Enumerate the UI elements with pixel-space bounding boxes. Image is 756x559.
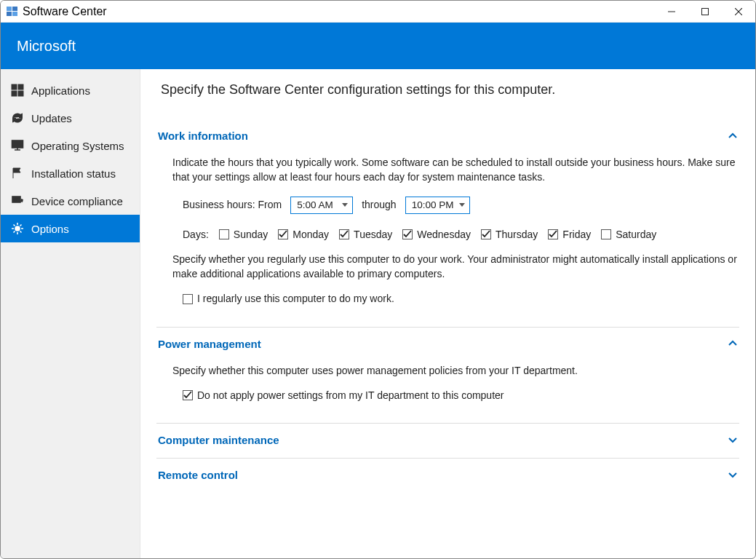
business-hours-row: Business hours: From 5:00 AM through 10:… [183, 197, 739, 214]
sidebar: Applications Updates Operating Systems I… [1, 69, 140, 558]
window: Software Center Microsoft Applicatio [0, 0, 756, 559]
sidebar-item-options[interactable]: Options [1, 215, 140, 242]
day-checkbox-monday[interactable]: Monday [278, 227, 329, 242]
checkbox-label: I regularly use this computer to do my w… [197, 291, 394, 306]
svg-rect-8 [12, 84, 17, 90]
business-hours-label: Business hours: From [183, 197, 282, 212]
primary-intro-text: Specify whether you regularly use this c… [172, 252, 739, 282]
day-checkbox-sunday[interactable]: Sunday [219, 227, 268, 242]
power-intro-text: Specify whether this computer uses power… [172, 363, 739, 378]
section-body: Specify whether this computer uses power… [156, 353, 739, 404]
section-title: Work information [158, 130, 248, 142]
section-power-management: Power management Specify whether this co… [156, 327, 739, 423]
svg-rect-11 [18, 91, 23, 96]
close-button[interactable] [722, 1, 755, 23]
section-title: Power management [158, 338, 261, 350]
checkbox-box [278, 229, 288, 239]
section-computer-maintenance: Computer maintenance [156, 423, 739, 458]
org-name: Microsoft [17, 38, 76, 55]
page-heading: Specify the Software Center configuratio… [161, 82, 739, 98]
app-logo-icon [7, 6, 18, 17]
body: Applications Updates Operating Systems I… [1, 69, 755, 558]
sidebar-item-label: Operating Systems [31, 140, 124, 152]
days-label: Days: [183, 227, 209, 242]
chevron-up-icon [728, 338, 738, 349]
monitor-icon [11, 139, 24, 152]
chevron-down-icon [728, 435, 738, 445]
flag-icon [11, 167, 24, 180]
checkbox-box [183, 390, 193, 400]
section-header-computer-maintenance[interactable]: Computer maintenance [156, 431, 739, 449]
checkbox-box [601, 229, 611, 239]
svg-rect-5 [702, 8, 709, 15]
section-remote-control: Remote control [156, 458, 739, 493]
sidebar-item-updates[interactable]: Updates [1, 104, 140, 132]
day-checkbox-thursday[interactable]: Thursday [481, 227, 538, 242]
checkbox-box [183, 294, 193, 304]
section-title: Remote control [158, 469, 238, 481]
day-label: Saturday [616, 227, 656, 242]
sidebar-item-label: Updates [31, 112, 72, 124]
shield-check-icon [11, 194, 24, 207]
section-body: Indicate the hours that you typically wo… [156, 145, 739, 308]
chevron-down-icon [728, 469, 738, 480]
caret-down-icon [342, 203, 348, 207]
through-label: through [362, 197, 396, 212]
sidebar-item-label: Installation status [31, 167, 116, 180]
minimize-button[interactable] [655, 1, 688, 23]
caret-down-icon [459, 203, 465, 207]
apps-icon [11, 84, 24, 97]
svg-rect-3 [12, 12, 17, 16]
chevron-up-icon [728, 131, 738, 141]
svg-rect-9 [18, 84, 23, 90]
checkbox-box [219, 229, 229, 239]
brand-band: Microsoft [1, 23, 755, 69]
svg-rect-1 [12, 7, 17, 11]
checkbox-box [402, 229, 413, 239]
day-checkbox-friday[interactable]: Friday [548, 227, 591, 242]
checkbox-box [481, 229, 491, 239]
day-checkbox-tuesday[interactable]: Tuesday [339, 227, 392, 242]
svg-rect-12 [12, 140, 23, 148]
titlebar: Software Center [1, 1, 755, 23]
checkbox-box [339, 229, 349, 239]
window-controls [655, 1, 755, 23]
day-label: Thursday [496, 227, 538, 242]
section-title: Computer maintenance [158, 434, 279, 446]
sidebar-item-installation-status[interactable]: Installation status [1, 159, 140, 187]
maximize-button[interactable] [688, 1, 722, 23]
sidebar-item-operating-systems[interactable]: Operating Systems [1, 132, 140, 159]
section-header-power-management[interactable]: Power management [156, 335, 739, 353]
sidebar-item-label: Applications [31, 84, 90, 97]
sidebar-item-label: Options [31, 223, 69, 235]
section-work-information: Work information Indicate the hours that… [156, 119, 739, 327]
power-settings-checkbox[interactable]: Do not apply power settings from my IT d… [183, 388, 504, 403]
business-hours-to-select[interactable]: 10:00 PM [405, 197, 471, 214]
svg-rect-2 [7, 12, 12, 16]
days-row: Days: SundayMondayTuesdayWednesdayThursd… [183, 227, 739, 242]
refresh-icon [11, 111, 24, 124]
from-value: 5:00 AM [297, 198, 333, 213]
day-checkbox-wednesday[interactable]: Wednesday [402, 227, 471, 242]
gear-icon [11, 222, 24, 235]
primary-computer-checkbox[interactable]: I regularly use this computer to do my w… [183, 291, 394, 306]
to-value: 10:00 PM [412, 198, 454, 213]
business-hours-from-select[interactable]: 5:00 AM [290, 197, 353, 214]
day-label: Wednesday [417, 227, 471, 242]
day-label: Tuesday [354, 227, 392, 242]
sidebar-item-device-compliance[interactable]: Device compliance [1, 187, 140, 215]
checkbox-box [548, 229, 558, 239]
svg-point-16 [15, 226, 20, 231]
work-intro-text: Indicate the hours that you typically wo… [172, 155, 739, 185]
svg-rect-10 [12, 91, 17, 96]
checkbox-label: Do not apply power settings from my IT d… [197, 388, 504, 403]
content: Specify the Software Center configuratio… [140, 69, 755, 558]
sidebar-item-applications[interactable]: Applications [1, 76, 140, 104]
section-header-remote-control[interactable]: Remote control [156, 466, 739, 484]
section-header-work-information[interactable]: Work information [156, 127, 739, 145]
day-label: Monday [293, 227, 329, 242]
window-title: Software Center [23, 5, 107, 18]
day-checkbox-saturday[interactable]: Saturday [601, 227, 656, 242]
svg-rect-0 [7, 7, 12, 11]
sidebar-item-label: Device compliance [31, 195, 123, 207]
